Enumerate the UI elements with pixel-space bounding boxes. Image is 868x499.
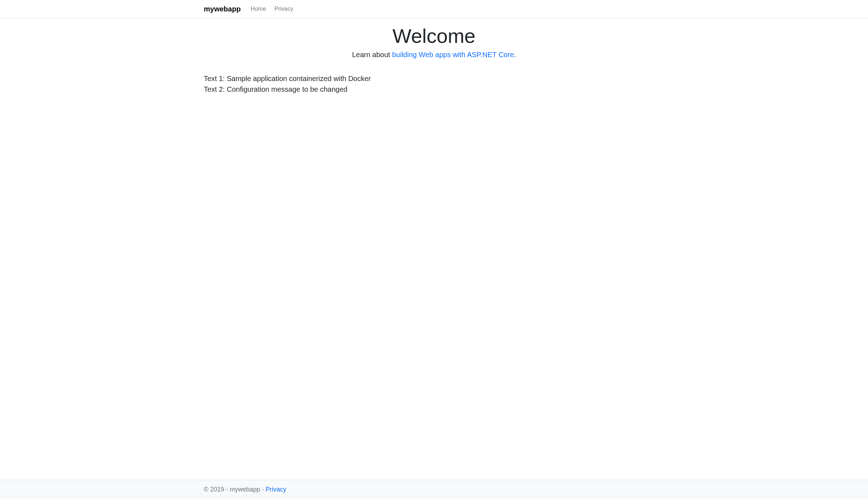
lead-text: Learn about building Web apps with ASP.N… — [204, 51, 664, 59]
lead-prefix: Learn about — [352, 51, 392, 59]
content-section: Text 1: Sample application containerized… — [204, 73, 664, 95]
lead-suffix: . — [514, 51, 516, 59]
brand-link[interactable]: mywebapp — [204, 3, 241, 15]
main-content: Welcome Learn about building Web apps wi… — [0, 18, 868, 480]
footer-copyright: © 2019 - mywebapp - — [204, 486, 266, 493]
footer: © 2019 - mywebapp - Privacy — [0, 480, 868, 499]
content-text-2: Text 2: Configuration message to be chan… — [204, 84, 664, 95]
page-title: Welcome — [204, 24, 664, 48]
nav-link-privacy[interactable]: Privacy — [270, 3, 297, 15]
content-text-1: Text 1: Sample application containerized… — [204, 73, 664, 84]
nav-item-home: Home — [246, 3, 270, 15]
hero-section: Welcome Learn about building Web apps wi… — [204, 24, 664, 59]
learn-link[interactable]: building Web apps with ASP.NET Core — [392, 51, 514, 59]
nav-item-privacy: Privacy — [270, 3, 297, 15]
footer-privacy-link[interactable]: Privacy — [266, 486, 286, 493]
navbar: mywebapp Home Privacy — [0, 0, 868, 18]
nav-link-home[interactable]: Home — [246, 3, 270, 15]
